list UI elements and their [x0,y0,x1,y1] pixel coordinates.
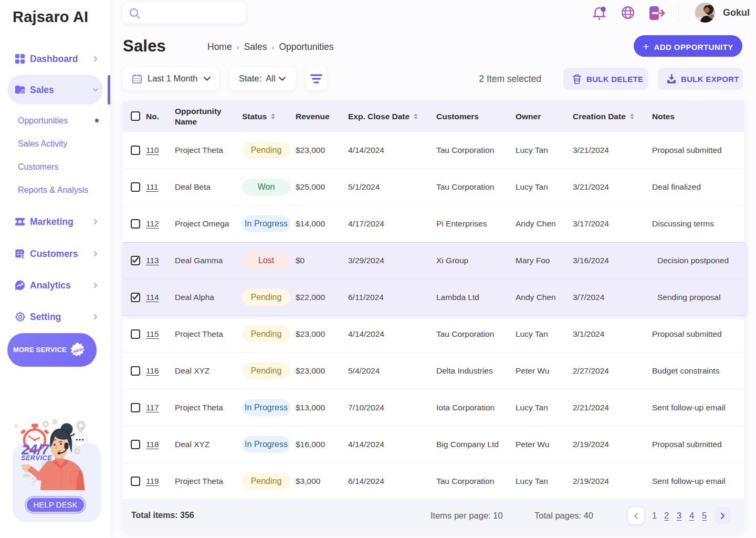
svg-text:SERVICE: SERVICE [21,454,52,462]
